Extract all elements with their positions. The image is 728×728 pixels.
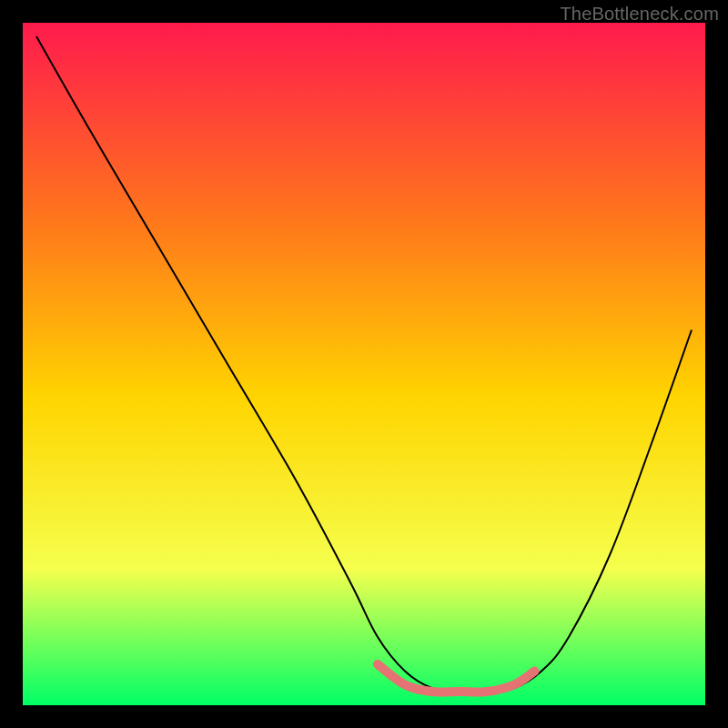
chart-viewport: TheBottleneck.com — [0, 0, 728, 728]
gradient-background — [23, 23, 705, 705]
watermark-text: TheBottleneck.com — [560, 4, 719, 25]
plot-frame — [23, 23, 705, 705]
plot-svg — [23, 23, 705, 705]
